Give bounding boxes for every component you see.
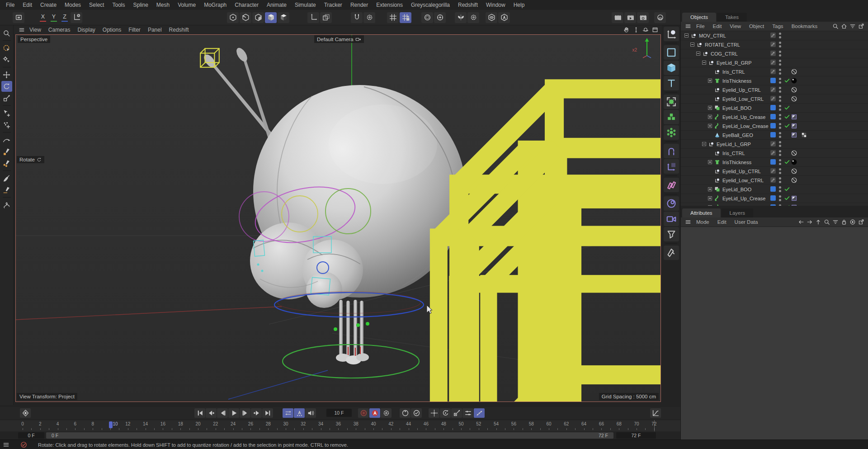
display-color-swatch[interactable]: [770, 123, 776, 128]
viewport-solo-button[interactable]: [486, 12, 497, 23]
edit-swatch[interactable]: [770, 42, 776, 47]
add-modifier-button[interactable]: [664, 159, 679, 174]
om-menu-view[interactable]: View: [726, 24, 745, 29]
expand-icon[interactable]: [708, 205, 712, 206]
lock-y-button[interactable]: Y: [49, 12, 59, 23]
add-array-button[interactable]: [664, 110, 679, 124]
keyframe-selection-filter-button[interactable]: [400, 408, 410, 418]
om-export-button[interactable]: [857, 22, 865, 30]
symmetry-settings-button[interactable]: [467, 12, 479, 23]
expand-icon[interactable]: [708, 196, 712, 200]
add-mograph-button[interactable]: [664, 125, 679, 140]
add-subdivision-surface-button[interactable]: [664, 95, 679, 109]
menu-mesh[interactable]: Mesh: [152, 2, 174, 8]
attr-back-button[interactable]: [797, 218, 805, 226]
lock-z-button[interactable]: Z: [60, 12, 70, 23]
add-field-button[interactable]: [664, 178, 679, 192]
interactive-render-button[interactable]: [434, 12, 446, 23]
timeline-ruler[interactable]: 0246810121416182022242628303234363840424…: [0, 420, 680, 432]
attributes-menu-icon[interactable]: [684, 218, 692, 226]
enabled-check-icon[interactable]: [784, 186, 792, 192]
viewport-menu-redshift[interactable]: Redshift: [165, 27, 193, 33]
viewport[interactable]: Perspective Default Camera Rotate View T…: [15, 34, 661, 402]
menu-animate[interactable]: Animate: [263, 2, 291, 8]
visibility-dots[interactable]: [779, 33, 781, 38]
collapse-icon[interactable]: [690, 43, 694, 47]
lock-x-button[interactable]: X: [38, 12, 48, 23]
greyscalegorilla-button[interactable]: [654, 12, 666, 23]
cursor-move-tool[interactable]: [1, 108, 12, 118]
go-to-next-frame-button[interactable]: [240, 408, 250, 418]
edit-swatch[interactable]: [770, 177, 776, 183]
menu-greyscalegorilla[interactable]: Greyscalegorilla: [407, 2, 454, 8]
edit-swatch[interactable]: [770, 51, 776, 56]
menu-tools[interactable]: Tools: [108, 2, 129, 8]
expand-icon[interactable]: [708, 115, 712, 119]
tab-takes[interactable]: Takes: [717, 13, 747, 22]
menu-volume[interactable]: Volume: [174, 2, 200, 8]
grid-button[interactable]: [387, 12, 399, 23]
expand-icon[interactable]: [708, 106, 712, 110]
points-mode-button[interactable]: [227, 12, 239, 23]
pan-view-button[interactable]: [622, 26, 631, 34]
scale-tool[interactable]: [1, 93, 12, 104]
enabled-check-icon[interactable]: [784, 104, 792, 111]
edit-swatch[interactable]: [770, 141, 776, 147]
range-slider[interactable]: 0 F 72 F: [46, 432, 613, 439]
edit-swatch[interactable]: [770, 96, 776, 101]
view-label[interactable]: Perspective: [18, 36, 50, 43]
attr-forward-button[interactable]: [805, 218, 814, 226]
attr-lock-button[interactable]: [840, 218, 848, 226]
attr-focus-button[interactable]: [848, 218, 857, 226]
menu-character[interactable]: Character: [231, 2, 263, 8]
keyframe-presets-button[interactable]: [411, 408, 422, 418]
edit-swatch[interactable]: [770, 168, 776, 174]
tab-attributes[interactable]: Attributes: [682, 208, 721, 217]
visibility-dots[interactable]: [779, 60, 781, 66]
noentry-tag[interactable]: [791, 177, 799, 184]
collapse-icon[interactable]: [696, 52, 700, 56]
object-row[interactable]: IrisThickness: [681, 158, 868, 167]
flagtag-tag[interactable]: [791, 204, 799, 206]
object-row[interactable]: EyeBall_GEO: [681, 131, 868, 140]
polygons-mode-button[interactable]: [252, 12, 264, 23]
add-text-button[interactable]: [664, 76, 679, 90]
object-row[interactable]: EyeLid_BOO: [681, 104, 868, 113]
play-mode-button[interactable]: [294, 408, 305, 418]
display-color-swatch[interactable]: [770, 186, 776, 192]
om-menu-bookmarks[interactable]: Bookmarks: [788, 24, 822, 29]
expand-icon[interactable]: [708, 79, 712, 83]
object-row[interactable]: MOV_CTRL: [681, 31, 868, 40]
spline-wrap-tool[interactable]: [1, 199, 12, 210]
symmetry-button[interactable]: [455, 12, 467, 23]
menu-render[interactable]: Render: [346, 2, 372, 8]
viewport-menu-view[interactable]: View: [26, 27, 45, 33]
attr-filter-button[interactable]: [831, 218, 840, 226]
visibility-dots[interactable]: [779, 204, 781, 206]
menu-modes[interactable]: Modes: [61, 2, 85, 8]
visibility-dots[interactable]: [779, 42, 781, 47]
go-to-previous-frame-button[interactable]: [217, 408, 228, 418]
timeline-editor-button[interactable]: [650, 408, 661, 418]
attr-up-button[interactable]: [814, 218, 822, 226]
om-filter-button[interactable]: [848, 22, 857, 30]
visibility-dots[interactable]: [779, 78, 781, 84]
snap-button[interactable]: [351, 12, 363, 23]
record-keyframe-button[interactable]: [358, 408, 369, 418]
edit-swatch[interactable]: [770, 69, 776, 74]
visibility-dots[interactable]: [779, 114, 781, 120]
viewport-menu-display[interactable]: Display: [74, 27, 99, 33]
edit-swatch[interactable]: [770, 33, 776, 38]
range-end-field[interactable]: 72 F: [616, 432, 656, 439]
menu-spline[interactable]: Spline: [129, 2, 152, 8]
go-to-end-button[interactable]: [262, 408, 273, 418]
expand-icon[interactable]: [708, 124, 712, 128]
matsphere-tag[interactable]: [791, 77, 799, 84]
visibility-dots[interactable]: [779, 150, 781, 156]
object-row[interactable]: IrisThickness: [681, 76, 868, 85]
display-color-swatch[interactable]: [770, 132, 776, 137]
rotate-tool[interactable]: [1, 81, 12, 92]
object-row[interactable]: EyeLid_Up_Crease: [681, 194, 868, 203]
visibility-dots[interactable]: [779, 105, 781, 111]
noentry-tag[interactable]: [791, 168, 799, 175]
